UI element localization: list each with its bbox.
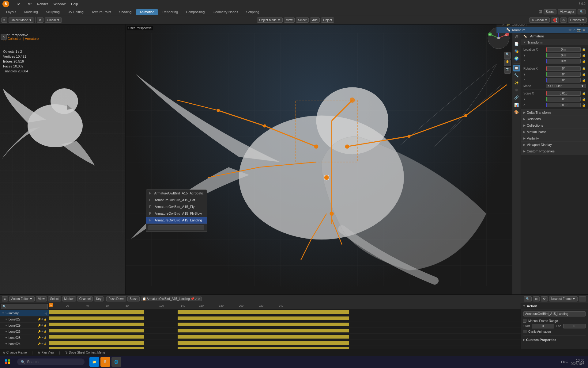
- constraints-props-icon[interactable]: 🔗: [513, 94, 520, 101]
- track-lock-icon-4[interactable]: 🔒: [44, 343, 47, 345]
- frame-end-input[interactable]: 0: [563, 324, 586, 328]
- track-bone029[interactable]: ▼ bone029 🔑 👁 🔒: [0, 323, 49, 329]
- view-layer-props-icon[interactable]: 📑: [513, 40, 520, 47]
- taskbar-blender[interactable]: B: [100, 357, 110, 367]
- menu-window[interactable]: Window: [51, 2, 68, 6]
- particles-props-icon[interactable]: ✨: [513, 79, 520, 86]
- motion-paths-header[interactable]: ▶ Motion Paths: [521, 129, 588, 135]
- track-key-icon-0[interactable]: 🔑: [38, 318, 41, 321]
- menu-file[interactable]: File: [12, 2, 23, 6]
- stash-btn[interactable]: Stash: [127, 296, 140, 301]
- anim-marker-btn[interactable]: Marker: [62, 296, 76, 301]
- material-props-icon[interactable]: 🎨: [513, 109, 520, 116]
- tab-animation[interactable]: Animation: [136, 9, 158, 15]
- taskbar-browser[interactable]: 🌐: [111, 357, 121, 367]
- track-bone026[interactable]: ▼ bone026 🔑 👁 🔒: [0, 329, 49, 335]
- transform-section-header[interactable]: ▼ Transform: [521, 39, 588, 45]
- loc-y[interactable]: 0 m: [546, 53, 581, 58]
- visibility-header[interactable]: ▶ Visibility: [521, 135, 588, 141]
- dropdown-item-0[interactable]: F ArmatureOwlBird_A15_Acrobatic: [146, 190, 207, 197]
- dropdown-search-input[interactable]: [149, 225, 204, 230]
- loc-z[interactable]: 0 m: [546, 59, 581, 63]
- track-bone027[interactable]: ▼ bone027 🔑 👁 🔒: [0, 316, 49, 323]
- tab-geometry-nodes[interactable]: Geometry Nodes: [209, 9, 242, 15]
- physics-props-icon[interactable]: ⚛: [513, 87, 520, 94]
- action-custom-props-title[interactable]: ▶ Custom Properties: [521, 337, 588, 343]
- anim-sync-btn[interactable]: ↔: [579, 296, 586, 301]
- start-button[interactable]: [0, 356, 15, 368]
- track-bone024[interactable]: ▼ bone024 🔑 👁 🔒: [0, 341, 49, 347]
- viewport-main[interactable]: User Perspective X Y Z: [126, 25, 512, 294]
- relations-header[interactable]: ▶ Relations: [521, 116, 588, 122]
- track-search-input[interactable]: [1, 304, 48, 309]
- view-btn[interactable]: View: [284, 17, 295, 23]
- anim-mode-selector[interactable]: Action Editor ▼: [9, 296, 35, 301]
- anim-select-btn[interactable]: Select: [48, 296, 61, 301]
- search-btn[interactable]: 🔍: [578, 9, 586, 14]
- rot-y[interactable]: 0°: [546, 72, 581, 77]
- scale-y[interactable]: 0.010: [546, 97, 581, 102]
- track-key-icon-3[interactable]: 🔑: [38, 336, 41, 339]
- track-vis-icon-0[interactable]: 👁: [41, 318, 43, 321]
- keyframe-track-summary[interactable]: [49, 309, 521, 315]
- viewlayer-selector[interactable]: ViewLayer: [558, 9, 576, 14]
- col-exclude-1[interactable]: ✓: [573, 28, 576, 32]
- tab-compositing[interactable]: Compositing: [182, 9, 208, 15]
- keyframe-track-bone028[interactable]: [49, 334, 521, 340]
- tab-shading[interactable]: Shading: [115, 9, 135, 15]
- track-vis-icon-1[interactable]: 👁: [41, 324, 43, 327]
- tab-rendering[interactable]: Rendering: [159, 9, 182, 15]
- dropdown-item-4[interactable]: F ArmatureOwlBird_A15_Landing: [146, 217, 207, 224]
- menu-help[interactable]: Help: [69, 2, 81, 6]
- world-props-icon[interactable]: 🌍: [513, 55, 520, 62]
- track-vis-icon-3[interactable]: 👁: [41, 336, 43, 339]
- tab-texture-paint[interactable]: Texture Paint: [88, 9, 115, 15]
- options-btn[interactable]: Options ▼: [568, 17, 587, 23]
- viewport-display-header[interactable]: ▶ Viewport Display: [521, 142, 588, 148]
- anim-view-btn[interactable]: View: [36, 296, 47, 301]
- loc-x-lock[interactable]: 🔒: [582, 48, 586, 51]
- scale-z[interactable]: 0.010: [546, 103, 581, 107]
- object-mode-btn[interactable]: Object Mode ▼: [257, 17, 282, 23]
- loc-y-lock[interactable]: 🔒: [582, 54, 586, 57]
- pivot-selector[interactable]: ⊕: [37, 17, 43, 23]
- menu-render[interactable]: Render: [35, 2, 51, 6]
- camera-view-btn[interactable]: 📷: [504, 67, 511, 74]
- taskbar-explorer[interactable]: 📁: [89, 357, 99, 367]
- rot-x[interactable]: 0°: [546, 66, 581, 71]
- tab-layout[interactable]: Layout: [2, 9, 20, 15]
- scale-z-lock[interactable]: 🔒: [582, 103, 586, 107]
- frame-start-input[interactable]: 0: [532, 324, 554, 328]
- overlay-btn[interactable]: ⊙: [560, 17, 567, 23]
- global-selector[interactable]: Global ▼: [45, 17, 62, 23]
- track-lock-icon-3[interactable]: 🔒: [44, 336, 47, 339]
- col-sel-1[interactable]: ◉: [582, 28, 586, 32]
- track-vis-icon-4[interactable]: 👁: [41, 343, 43, 345]
- rot-y-lock[interactable]: 🔒: [582, 73, 586, 76]
- taskbar-search[interactable]: 🔍 Search: [17, 358, 85, 365]
- select-btn[interactable]: Select: [296, 17, 309, 23]
- track-lock-icon-1[interactable]: 🔒: [44, 324, 47, 327]
- toolbar-icons[interactable]: ≡: [1, 17, 7, 23]
- rot-x-lock[interactable]: 🔒: [582, 67, 586, 70]
- scene-props-icon[interactable]: 🎭: [513, 48, 520, 55]
- tab-uv-editing[interactable]: UV Editing: [64, 9, 87, 15]
- dropdown-item-2[interactable]: F ArmatureOwlBird_A15_Fly: [146, 203, 207, 210]
- anim-channel-btn[interactable]: Channel: [77, 296, 93, 301]
- track-bone028[interactable]: ▼ bone028 🔑 👁 🔒: [0, 335, 49, 341]
- track-key-icon-1[interactable]: 🔑: [38, 324, 41, 327]
- mode-value[interactable]: XYZ Euler ▼: [546, 84, 586, 88]
- track-key-icon-4[interactable]: 🔑: [38, 343, 41, 345]
- track-summary-select-all[interactable]: →|: [44, 312, 47, 315]
- keyframe-track-bone024[interactable]: [49, 340, 521, 346]
- anim-interp-selector[interactable]: Nearest Frame ▼: [549, 296, 578, 301]
- pan-btn[interactable]: ✋: [504, 59, 511, 66]
- manual-frame-range-checkbox[interactable]: [523, 319, 526, 323]
- cyclic-animation-checkbox[interactable]: [523, 330, 526, 333]
- menu-edit[interactable]: Edit: [23, 2, 34, 6]
- col-render-1[interactable]: 📷: [577, 28, 581, 32]
- rot-z[interactable]: 0°: [546, 78, 581, 82]
- action-name-selector[interactable]: 📋 ArmatureOwlBird_A15_Landing 📌 ✓ ✕: [141, 297, 202, 301]
- rot-z-lock[interactable]: 🔒: [582, 79, 586, 82]
- viewport-left[interactable]: User Perspective (1) Collection | Armatu…: [0, 25, 126, 294]
